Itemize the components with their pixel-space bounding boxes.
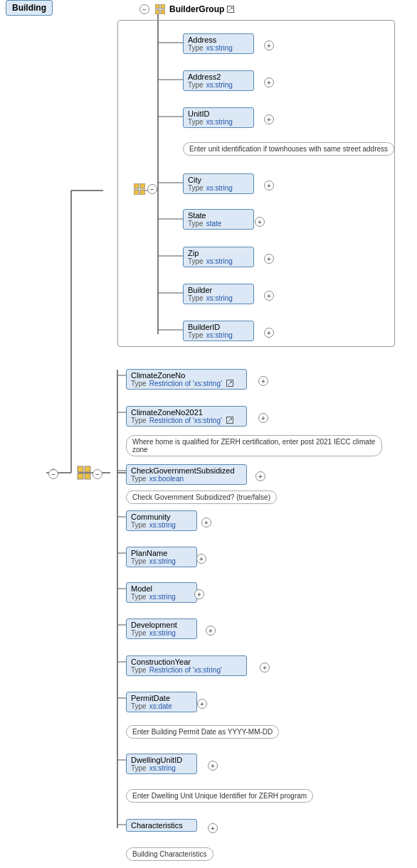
- node-climatezone2021: ClimateZoneNo2021 Type Restriction of 'x…: [126, 406, 247, 427]
- node-zip: Zip Type xs:string: [183, 247, 254, 267]
- node-builder: Builder Type xs:string: [183, 284, 254, 304]
- plus-permitdate[interactable]: +: [197, 699, 207, 709]
- node-builderid: BuilderID Type xs:string: [183, 321, 254, 341]
- building-node: Building: [6, 0, 53, 16]
- buildergroup-minus-btn[interactable]: −: [139, 4, 149, 14]
- plus-zip[interactable]: +: [264, 254, 274, 264]
- plus-checkgov[interactable]: +: [255, 471, 265, 481]
- plus-development[interactable]: +: [206, 626, 216, 636]
- svg-rect-30: [78, 473, 83, 479]
- plus-planname[interactable]: +: [196, 554, 206, 564]
- annotation-characteristics: Building Characteristics: [126, 847, 213, 861]
- node-permitdate: PermitDate Type xs:date: [126, 692, 197, 712]
- svg-rect-33: [161, 4, 165, 9]
- buildergroup-label: BuilderGroup: [155, 4, 234, 14]
- annotation-unitid: Enter unit identification if townhouses …: [183, 142, 394, 156]
- node-unitid: UnitID Type xs:string: [183, 107, 254, 128]
- node-address: Address Type xs:string: [183, 33, 254, 54]
- diagram-container: Building − − BuilderGroup −: [0, 0, 417, 868]
- annotation-checkgov: Check Government Subsidized? (true/false…: [126, 491, 277, 504]
- main-sequence-icon[interactable]: [77, 466, 91, 481]
- node-address2: Address2 Type xs:string: [183, 70, 254, 91]
- plus-builder[interactable]: +: [264, 291, 274, 301]
- buildergroup-seq-minus[interactable]: −: [147, 184, 157, 194]
- plus-characteristics[interactable]: +: [208, 823, 218, 833]
- plus-climatezone2021[interactable]: +: [258, 413, 268, 423]
- main-sequence-minus-btn[interactable]: −: [93, 469, 102, 479]
- buildergroup-sequence-icon[interactable]: [134, 183, 145, 196]
- building-minus-btn[interactable]: −: [48, 469, 58, 479]
- svg-rect-34: [155, 10, 159, 14]
- node-checkgov: CheckGovernmentSubsidized Type xs:boolea…: [126, 464, 247, 485]
- svg-rect-38: [134, 190, 139, 195]
- buildergroup-group-box: [117, 20, 395, 347]
- node-state: State Type state: [183, 209, 254, 230]
- svg-rect-32: [155, 4, 159, 9]
- plus-address2[interactable]: +: [264, 77, 274, 87]
- node-climatezone: ClimateZoneNo Type Restriction of 'xs:st…: [126, 369, 247, 390]
- plus-climatezone[interactable]: +: [258, 376, 268, 386]
- plus-community[interactable]: +: [201, 518, 211, 527]
- node-city: City Type xs:string: [183, 173, 254, 194]
- plus-city[interactable]: +: [264, 181, 274, 191]
- node-development: Development Type xs:string: [126, 618, 197, 639]
- svg-rect-39: [140, 190, 145, 195]
- plus-builderid[interactable]: +: [264, 328, 274, 338]
- svg-rect-29: [85, 466, 90, 472]
- node-constructionyear: ConstructionYear Type Restriction of 'xs…: [126, 655, 247, 676]
- svg-rect-36: [134, 183, 139, 188]
- svg-rect-37: [140, 183, 145, 188]
- building-label: Building: [12, 3, 46, 13]
- node-planname: PlanName Type xs:string: [126, 547, 197, 567]
- plus-model[interactable]: +: [194, 589, 204, 599]
- plus-address[interactable]: +: [264, 41, 274, 50]
- annotation-zerh: Where home is qualified for ZERH certifi…: [126, 435, 382, 456]
- plus-dwellingunitid[interactable]: +: [208, 761, 218, 771]
- plus-state[interactable]: +: [255, 217, 265, 227]
- svg-rect-35: [161, 10, 165, 14]
- plus-constructionyear[interactable]: +: [260, 663, 270, 673]
- annotation-permitdate: Enter Building Permit Date as YYYY-MM-DD: [126, 725, 279, 739]
- node-model: Model Type xs:string: [126, 582, 197, 603]
- svg-rect-28: [78, 466, 83, 472]
- node-characteristics: Characteristics: [126, 819, 197, 832]
- plus-unitid[interactable]: +: [264, 114, 274, 124]
- node-community: Community Type xs:string: [126, 510, 197, 531]
- annotation-dwellingunitid: Enter Dwelling Unit Unique Identifier fo…: [126, 789, 313, 803]
- node-dwellingunitid: DwellingUnitID Type xs:string: [126, 754, 197, 774]
- svg-rect-31: [85, 473, 90, 479]
